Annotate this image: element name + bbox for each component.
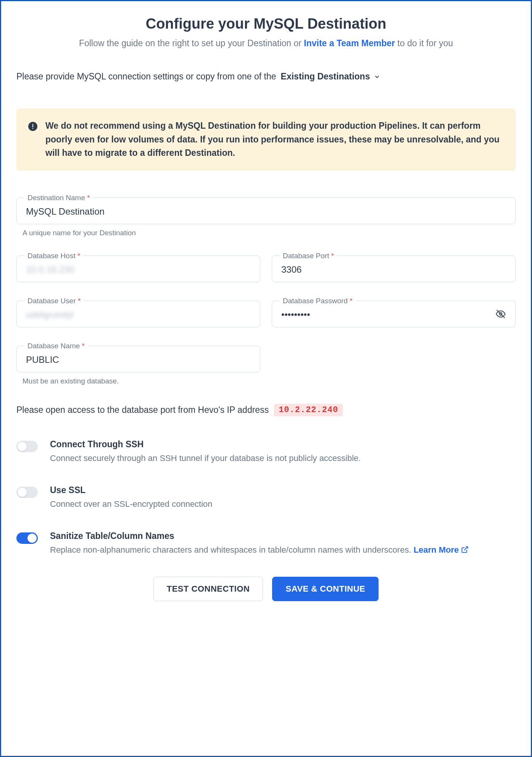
database-name-input[interactable] bbox=[26, 354, 251, 365]
database-name-group: Database Name * Must be an existing data… bbox=[16, 346, 260, 385]
destination-name-help: A unique name for your Destination bbox=[23, 229, 516, 237]
sanitize-toggle[interactable] bbox=[16, 532, 38, 544]
database-port-label: Database Port * bbox=[280, 252, 337, 260]
svg-line-5 bbox=[464, 547, 468, 550]
database-name-label: Database Name * bbox=[24, 342, 88, 350]
chevron-down-icon bbox=[374, 73, 380, 80]
database-host-label: Database Host * bbox=[24, 252, 83, 260]
database-password-label: Database Password * bbox=[280, 297, 356, 305]
database-host-group: Database Host * 10.0.16.230 bbox=[16, 256, 260, 282]
database-name-help: Must be an existing database. bbox=[23, 377, 260, 385]
destination-name-group: Destination Name * A unique name for you… bbox=[16, 197, 516, 237]
subtitle-prefix: Follow the guide on the right to set up … bbox=[79, 38, 304, 48]
external-link-icon bbox=[461, 546, 469, 553]
page-subtitle: Follow the guide on the right to set up … bbox=[16, 38, 516, 49]
svg-rect-1 bbox=[32, 124, 33, 128]
ssh-desc: Connect securely through an SSH tunnel i… bbox=[50, 452, 516, 464]
database-user-group: Database User * udelgrundyl bbox=[16, 301, 260, 327]
database-port-input[interactable] bbox=[281, 264, 506, 275]
ssh-toggle[interactable] bbox=[16, 441, 38, 452]
page-title: Configure your MySQL Destination bbox=[16, 16, 516, 32]
database-user-input[interactable]: udelgrundyl bbox=[26, 309, 251, 320]
ip-access-text: Please open access to the database port … bbox=[16, 405, 269, 415]
header: Configure your MySQL Destination Follow … bbox=[16, 16, 516, 49]
destination-name-input[interactable] bbox=[26, 206, 506, 217]
ssh-title: Connect Through SSH bbox=[50, 439, 516, 450]
sanitize-toggle-row: Sanitize Table/Column Names Replace non-… bbox=[16, 531, 516, 556]
ip-access-row: Please open access to the database port … bbox=[16, 404, 516, 416]
sanitize-desc: Replace non-alphanumeric characters and … bbox=[50, 543, 516, 556]
existing-destinations-dropdown[interactable]: Existing Destinations bbox=[281, 71, 381, 82]
warning-icon bbox=[28, 121, 38, 131]
ssl-desc: Connect over an SSL-encrypted connection bbox=[50, 498, 516, 510]
ip-badge: 10.2.22.240 bbox=[274, 404, 343, 416]
database-password-input[interactable] bbox=[281, 309, 506, 320]
warning-text: We do not recommend using a MySQL Destin… bbox=[45, 119, 504, 160]
ssl-toggle[interactable] bbox=[16, 487, 38, 498]
button-row: TEST CONNECTION SAVE & CONTINUE bbox=[16, 577, 516, 601]
intro-text: Please provide MySQL connection settings… bbox=[16, 71, 276, 82]
sanitize-title: Sanitize Table/Column Names bbox=[50, 531, 516, 541]
subtitle-suffix: to do it for you bbox=[395, 38, 453, 48]
destination-name-label: Destination Name * bbox=[24, 194, 93, 202]
ssh-toggle-row: Connect Through SSH Connect securely thr… bbox=[16, 439, 516, 464]
svg-rect-2 bbox=[32, 128, 33, 129]
database-password-group: Database Password * bbox=[272, 301, 516, 327]
invite-team-link[interactable]: Invite a Team Member bbox=[304, 38, 395, 48]
database-host-input[interactable]: 10.0.16.230 bbox=[26, 264, 251, 275]
dropdown-label: Existing Destinations bbox=[281, 71, 370, 82]
database-user-label: Database User * bbox=[24, 297, 84, 305]
ssl-title: Use SSL bbox=[50, 485, 516, 495]
eye-off-icon[interactable] bbox=[495, 309, 506, 319]
save-continue-button[interactable]: SAVE & CONTINUE bbox=[272, 577, 379, 601]
database-port-group: Database Port * bbox=[272, 256, 516, 282]
learn-more-link[interactable]: Learn More bbox=[414, 543, 469, 556]
config-form-container: Configure your MySQL Destination Follow … bbox=[0, 0, 532, 757]
ssl-toggle-row: Use SSL Connect over an SSL-encrypted co… bbox=[16, 485, 516, 510]
test-connection-button[interactable]: TEST CONNECTION bbox=[153, 577, 263, 601]
intro-row: Please provide MySQL connection settings… bbox=[16, 71, 516, 82]
warning-banner: We do not recommend using a MySQL Destin… bbox=[16, 108, 516, 171]
